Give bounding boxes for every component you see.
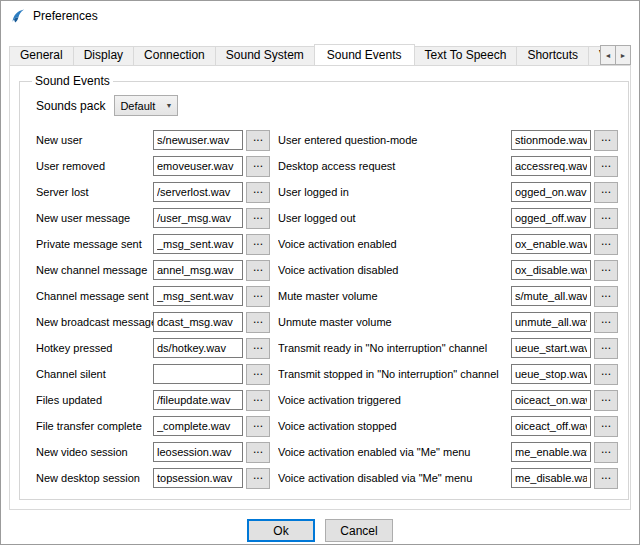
sound-file-input[interactable] xyxy=(153,260,243,280)
sound-event-row: New channel message... xyxy=(36,257,270,283)
sound-event-label: User logged in xyxy=(278,186,511,198)
tab-sound-system[interactable]: Sound System xyxy=(215,46,315,65)
browse-button[interactable]: ... xyxy=(594,234,618,255)
sound-file-input[interactable] xyxy=(153,130,243,150)
sound-event-label: Channel silent xyxy=(36,368,153,380)
browse-button[interactable]: ... xyxy=(246,338,270,359)
browse-button[interactable]: ... xyxy=(594,468,618,489)
arrow-left-icon: ◄ xyxy=(605,52,612,59)
tab-text-to-speech[interactable]: Text To Speech xyxy=(414,46,518,65)
dialog-button-row: Ok Cancel xyxy=(1,510,639,545)
window-title: Preferences xyxy=(33,9,98,23)
browse-button[interactable]: ... xyxy=(594,286,618,307)
sound-file-input[interactable] xyxy=(153,286,243,306)
tab-shortcuts[interactable]: Shortcuts xyxy=(516,46,589,65)
sound-events-group: Sound Events Sounds pack Default ▼ New u… xyxy=(19,74,629,500)
sound-event-row: Voice activation disabled via "Me" menu.… xyxy=(278,465,618,491)
sound-event-label: Voice activation triggered xyxy=(278,394,511,406)
sound-file-input[interactable] xyxy=(153,390,243,410)
browse-button[interactable]: ... xyxy=(594,182,618,203)
sound-file-input[interactable] xyxy=(511,286,591,306)
browse-button[interactable]: ... xyxy=(246,416,270,437)
sound-events-column-right: User entered question-mode...Desktop acc… xyxy=(278,127,618,491)
sound-events-column-left: New user...User removed...Server lost...… xyxy=(36,127,270,491)
sound-file-input[interactable] xyxy=(511,312,591,332)
sound-file-input[interactable] xyxy=(511,416,591,436)
browse-button[interactable]: ... xyxy=(594,416,618,437)
sound-events-columns: New user...User removed...Server lost...… xyxy=(36,127,618,491)
tab-scroll-right-button[interactable]: ► xyxy=(615,45,631,65)
tab-connection[interactable]: Connection xyxy=(133,46,216,65)
browse-button[interactable]: ... xyxy=(246,208,270,229)
browse-button[interactable]: ... xyxy=(246,130,270,151)
browse-button[interactable]: ... xyxy=(246,364,270,385)
sound-event-row: Voice activation disabled... xyxy=(278,257,618,283)
cancel-button[interactable]: Cancel xyxy=(325,519,393,542)
tab-general[interactable]: General xyxy=(9,46,74,65)
sound-file-input[interactable] xyxy=(511,260,591,280)
sound-event-label: User removed xyxy=(36,160,153,172)
sound-file-input[interactable] xyxy=(153,416,243,436)
chevron-down-icon: ▼ xyxy=(165,102,172,109)
sound-file-input[interactable] xyxy=(153,442,243,462)
browse-button[interactable]: ... xyxy=(594,364,618,385)
browse-button[interactable]: ... xyxy=(246,442,270,463)
sound-file-input[interactable] xyxy=(511,182,591,202)
sound-file-input[interactable] xyxy=(153,156,243,176)
sound-file-input[interactable] xyxy=(511,338,591,358)
sound-file-input[interactable] xyxy=(511,156,591,176)
tab-scroll-left-button[interactable]: ◄ xyxy=(600,45,616,65)
sound-event-label: File transfer complete xyxy=(36,420,153,432)
sound-file-input[interactable] xyxy=(153,312,243,332)
sound-file-input[interactable] xyxy=(153,182,243,202)
browse-button[interactable]: ... xyxy=(594,156,618,177)
sound-file-input[interactable] xyxy=(511,442,591,462)
sound-event-label: User entered question-mode xyxy=(278,134,511,146)
sound-file-input[interactable] xyxy=(153,234,243,254)
browse-button[interactable]: ... xyxy=(246,260,270,281)
browse-button[interactable]: ... xyxy=(594,390,618,411)
tab-page-sound-events: Sound Events Sounds pack Default ▼ New u… xyxy=(9,65,631,510)
sound-event-row: New video session... xyxy=(36,439,270,465)
browse-button[interactable]: ... xyxy=(594,442,618,463)
browse-button[interactable]: ... xyxy=(594,260,618,281)
sound-file-input[interactable] xyxy=(153,338,243,358)
sound-event-label: Desktop access request xyxy=(278,160,511,172)
sound-file-input[interactable] xyxy=(153,468,243,488)
sound-event-row: Voice activation stopped... xyxy=(278,413,618,439)
sound-event-label: New channel message xyxy=(36,264,153,276)
browse-button[interactable]: ... xyxy=(246,234,270,255)
sounds-pack-label: Sounds pack xyxy=(36,99,105,113)
sound-file-input[interactable] xyxy=(153,364,243,384)
sounds-pack-row: Sounds pack Default ▼ xyxy=(36,95,618,116)
browse-button[interactable]: ... xyxy=(246,312,270,333)
sound-event-label: Unmute master volume xyxy=(278,316,511,328)
browse-button[interactable]: ... xyxy=(246,468,270,489)
browse-button[interactable]: ... xyxy=(246,286,270,307)
browse-button[interactable]: ... xyxy=(594,312,618,333)
sound-file-input[interactable] xyxy=(511,390,591,410)
browse-button[interactable]: ... xyxy=(246,390,270,411)
sound-event-row: User logged in... xyxy=(278,179,618,205)
browse-button[interactable]: ... xyxy=(594,338,618,359)
sound-file-input[interactable] xyxy=(511,468,591,488)
sounds-pack-select[interactable]: Default ▼ xyxy=(114,95,178,116)
tab-sound-events[interactable]: Sound Events xyxy=(314,44,415,65)
sound-event-row: Voice activation triggered... xyxy=(278,387,618,413)
sound-event-row: Voice activation enabled via "Me" menu..… xyxy=(278,439,618,465)
sound-event-label: Voice activation disabled via "Me" menu xyxy=(278,472,511,484)
tab-display[interactable]: Display xyxy=(73,46,134,65)
browse-button[interactable]: ... xyxy=(594,130,618,151)
preferences-dialog: Preferences GeneralDisplayConnectionSoun… xyxy=(0,0,640,545)
browse-button[interactable]: ... xyxy=(594,208,618,229)
browse-button[interactable]: ... xyxy=(246,182,270,203)
browse-button[interactable]: ... xyxy=(246,156,270,177)
sound-file-input[interactable] xyxy=(153,208,243,228)
sound-file-input[interactable] xyxy=(511,130,591,150)
sound-file-input[interactable] xyxy=(511,364,591,384)
ok-button[interactable]: Ok xyxy=(247,519,315,542)
sound-file-input[interactable] xyxy=(511,208,591,228)
tab-bar: GeneralDisplayConnectionSound SystemSoun… xyxy=(9,44,631,65)
sound-file-input[interactable] xyxy=(511,234,591,254)
sound-event-row: New desktop session... xyxy=(36,465,270,491)
